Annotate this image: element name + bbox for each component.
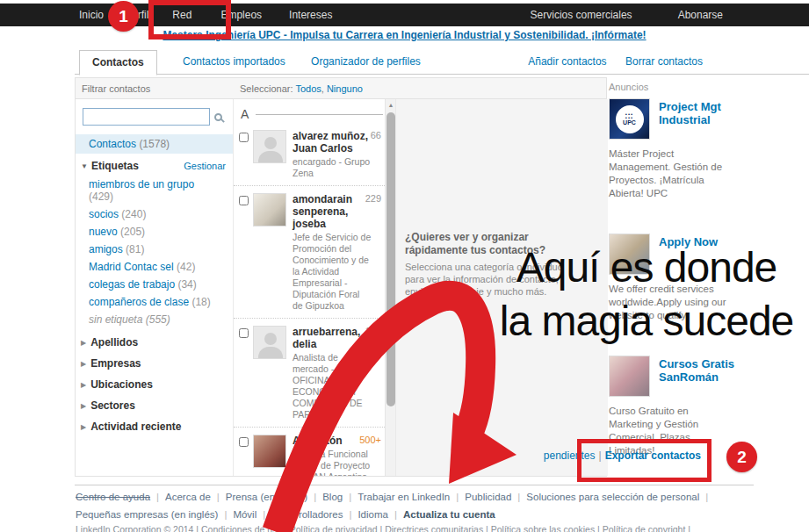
- select-header: Seleccionar: Todos, Ninguno: [240, 83, 363, 94]
- sidebar-item-contactos[interactable]: Contactos (1578): [76, 134, 233, 154]
- footer-link-prensa[interactable]: Prensa (en inglés): [226, 492, 307, 502]
- contact-connections-count: 229: [365, 193, 381, 204]
- sidebar-tag-miembros[interactable]: miembros de un grupo (429): [76, 176, 225, 205]
- nav-item-abonarse[interactable]: Abonarse: [678, 9, 723, 21]
- delete-contacts-link[interactable]: Borrar contactos: [625, 55, 703, 68]
- search-icon[interactable]: [214, 113, 222, 121]
- contact-info: arruebarrena, delia Analista de mercado …: [293, 326, 372, 421]
- ad-top: ••• ••• UPC Project Mgt Industrial: [609, 98, 806, 140]
- filter-sidebar: Contactos (1578) ▼ Etiquetas Gestionar m…: [76, 99, 234, 476]
- step-2-badge: 2: [726, 442, 757, 472]
- scrollbar-thumb[interactable]: [386, 112, 395, 406]
- tab-organizador-perfiles[interactable]: Organizador de perfiles: [311, 55, 421, 68]
- sidebar-tag-nuevo[interactable]: nuevo (205): [76, 223, 225, 241]
- tag-label: colegas de trabajo: [89, 278, 175, 291]
- upc-logo-icon: ••• ••• UPC: [616, 105, 644, 133]
- ad-title-link[interactable]: Cursos Gratis SanRomán: [659, 356, 738, 397]
- sidebar-sections: ▶Apellidos ▶Empresas ▶Ubicaciones ▶Secto…: [76, 332, 233, 437]
- select-none-link[interactable]: Ninguno: [327, 83, 363, 94]
- manage-tags-link[interactable]: Gestionar: [184, 161, 226, 171]
- contact-checkbox[interactable]: [239, 437, 249, 447]
- contact-row: alvarez muñoz, Juan Carlos encargado - G…: [234, 123, 395, 186]
- scroll-up-icon[interactable]: ▲: [386, 99, 396, 111]
- footer-row-1: Centro de ayuda|Acerca de|Prensa (en ing…: [76, 492, 714, 502]
- contact-connections-count: 66: [371, 130, 381, 140]
- sidebar-etiquetas-header[interactable]: ▼ Etiquetas Gestionar: [76, 154, 233, 176]
- nav-item-inicio[interactable]: Inicio: [79, 9, 104, 21]
- ad-thumbnail-photo[interactable]: [609, 356, 650, 397]
- footer-link-soluciones[interactable]: Soluciones para selección de personal: [526, 492, 699, 502]
- tag-count: (555): [146, 313, 170, 326]
- sidebar-tag-socios[interactable]: socios (240): [76, 205, 225, 223]
- comma: ,: [321, 83, 324, 94]
- contact-name[interactable]: arruebarrena, delia: [293, 326, 372, 350]
- tag-count: (18): [191, 296, 210, 308]
- section-label: Apellidos: [90, 336, 138, 349]
- contact-info: amondarain senperena, joseba Jefe de Ser…: [293, 193, 372, 312]
- footer-link-actualiza-cuenta[interactable]: Actualiza tu cuenta: [403, 509, 495, 520]
- search-input[interactable]: [83, 108, 210, 126]
- contact-avatar: [253, 326, 286, 359]
- chevron-right-icon: ▶: [81, 339, 86, 347]
- sidebar-section-empresas[interactable]: ▶Empresas: [76, 353, 233, 374]
- tag-label: compañeros de clase: [89, 296, 189, 308]
- select-all-link[interactable]: Todos: [295, 83, 321, 94]
- tag-count: (81): [126, 243, 144, 255]
- footer-link-movil[interactable]: Móvil: [233, 509, 256, 520]
- ad-body: Máster Project Management. Gestión de Pr…: [609, 147, 732, 200]
- ad-thumbnail-upc[interactable]: ••• ••• UPC: [609, 98, 650, 140]
- sidebar-section-ubicaciones[interactable]: ▶Ubicaciones: [76, 374, 233, 395]
- footer-link-idioma[interactable]: Idioma: [358, 509, 388, 520]
- footer-link-publicidad[interactable]: Publicidad: [465, 492, 511, 502]
- etiquetas-label: Etiquetas: [91, 160, 139, 172]
- sidebar-section-actividad[interactable]: ▶Actividad reciente: [76, 416, 233, 437]
- nav-item-intereses[interactable]: Intereses: [289, 9, 332, 21]
- footer-row-2: Pequeñas empresas (en inglés)|Móvil|Desa…: [76, 509, 495, 520]
- contact-checkbox[interactable]: [239, 196, 249, 205]
- linkedin-contacts-page: Inicio Perfil Red Empleos Intereses Serv…: [0, 0, 809, 532]
- sidebar-section-apellidos[interactable]: ▶Apellidos: [76, 332, 233, 353]
- sidebar-tag-sin-etiqueta[interactable]: sin etiqueta (555): [76, 311, 225, 328]
- contact-name[interactable]: amondarain senperena, joseba: [293, 193, 372, 230]
- footer-link-acerca-de[interactable]: Acerca de: [165, 492, 211, 502]
- footer-link-blog[interactable]: Blog: [322, 492, 343, 502]
- nav-item-servicios-comerciales[interactable]: Servicios comerciales: [531, 9, 632, 21]
- panel-headers: Filtrar contactos Seleccionar: Todos, Ni…: [76, 78, 606, 99]
- sidebar-tag-companeros[interactable]: compañeros de clase (18): [76, 293, 225, 311]
- magic-text-line1: Aquí es donde: [483, 241, 809, 294]
- sidebar-tag-madrid[interactable]: Madrid Contac sel (42): [76, 258, 225, 276]
- section-label: Empresas: [90, 357, 141, 370]
- sidebar-section-sectores[interactable]: ▶Sectores: [76, 395, 233, 416]
- contacts-list: A alvarez muñoz, Juan Carlos encargado -…: [234, 99, 396, 476]
- contact-row: A, Gastón Analista Funcional / Lider de …: [234, 428, 395, 476]
- list-scrollbar[interactable]: ▲: [385, 99, 395, 476]
- chevron-right-icon: ▶: [81, 423, 86, 431]
- letter-rule: [256, 114, 383, 115]
- tag-count: (205): [120, 226, 145, 238]
- contact-checkbox[interactable]: [239, 328, 249, 338]
- tag-count: (42): [177, 261, 195, 273]
- tag-label: nuevo: [89, 226, 118, 238]
- ad-top: Cursos Gratis SanRomán: [609, 356, 806, 397]
- section-label: Sectores: [90, 399, 135, 412]
- contact-headline: encargado - Grupo Zena: [293, 156, 372, 179]
- tab-contactos-importados[interactable]: Contactos importados: [183, 55, 285, 68]
- contact-checkbox[interactable]: [239, 133, 249, 142]
- sidebar-tag-colegas[interactable]: colegas de trabajo (34): [76, 276, 225, 293]
- tag-count: (240): [121, 208, 146, 220]
- footer-link-centro-ayuda[interactable]: Centro de ayuda: [76, 492, 150, 502]
- footer-divider: [75, 485, 754, 485]
- footer-link-desarrolladores[interactable]: Desarrolladores: [271, 509, 343, 520]
- add-contacts-link[interactable]: Añadir contactos: [528, 55, 606, 68]
- tag-label: sin etiqueta: [89, 313, 142, 326]
- upc-text: UPC: [623, 119, 636, 126]
- ad-title-link[interactable]: Project Mgt Industrial: [659, 98, 738, 140]
- footer-link-pequenas-empresas[interactable]: Pequeñas empresas (en inglés): [76, 509, 218, 520]
- sidebar-tag-amigos[interactable]: amigos (81): [76, 241, 225, 258]
- red-highlight-box-export: [577, 439, 711, 482]
- filter-contacts-header: Filtrar contactos: [82, 83, 150, 94]
- footer-link-trabajar[interactable]: Trabajar en LinkedIn: [358, 492, 450, 502]
- tab-contactos[interactable]: Contactos: [79, 50, 157, 75]
- contact-name[interactable]: alvarez muñoz, Juan Carlos: [293, 130, 372, 155]
- footer-copyright-row: LinkedIn Corporation © 2014 | Condicione…: [76, 524, 690, 532]
